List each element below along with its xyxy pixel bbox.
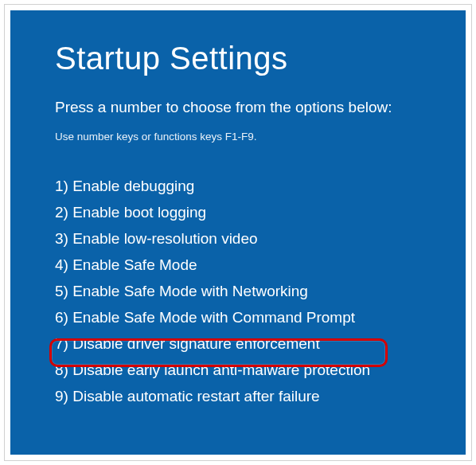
hint-text: Use number keys or functions keys F1-F9. <box>55 131 466 143</box>
option-label: Disable driver signature enforcement <box>72 335 320 352</box>
option-enable-safe-mode[interactable]: 4) Enable Safe Mode <box>55 252 466 278</box>
option-number: 7) <box>55 335 68 352</box>
option-number: 5) <box>55 283 68 299</box>
option-label: Enable Safe Mode with Networking <box>72 283 308 299</box>
option-label: Enable debugging <box>72 178 194 194</box>
option-number: 8) <box>55 361 68 378</box>
option-label: Enable low-resolution video <box>72 230 257 247</box>
option-number: 6) <box>55 309 68 326</box>
window-frame: Startup Settings Press a number to choos… <box>4 4 472 461</box>
options-list: 1) Enable debugging 2) Enable boot loggi… <box>55 173 466 409</box>
option-label: Enable boot logging <box>72 204 206 221</box>
option-number: 9) <box>55 388 68 404</box>
option-number: 1) <box>55 178 68 194</box>
option-enable-safe-mode-command-prompt[interactable]: 6) Enable Safe Mode with Command Prompt <box>55 304 466 330</box>
option-number: 4) <box>55 256 68 273</box>
option-enable-safe-mode-networking[interactable]: 5) Enable Safe Mode with Networking <box>55 278 466 304</box>
option-enable-debugging[interactable]: 1) Enable debugging <box>55 173 466 199</box>
option-enable-low-resolution-video[interactable]: 3) Enable low-resolution video <box>55 225 466 252</box>
option-label: Disable early launch anti-malware protec… <box>72 361 370 378</box>
option-label: Enable Safe Mode <box>72 256 197 273</box>
option-label: Disable automatic restart after failure <box>72 388 319 404</box>
instruction-text: Press a number to choose from the option… <box>55 99 466 116</box>
option-number: 3) <box>55 230 68 247</box>
option-disable-automatic-restart[interactable]: 9) Disable automatic restart after failu… <box>55 383 466 409</box>
option-enable-boot-logging[interactable]: 2) Enable boot logging <box>55 199 466 225</box>
page-title: Startup Settings <box>55 41 466 76</box>
option-number: 2) <box>55 204 68 221</box>
option-label: Enable Safe Mode with Command Prompt <box>72 309 355 326</box>
option-disable-anti-malware[interactable]: 8) Disable early launch anti-malware pro… <box>55 357 466 383</box>
option-disable-driver-signature[interactable]: 7) Disable driver signature enforcement <box>55 330 466 357</box>
startup-settings-screen: Startup Settings Press a number to choos… <box>10 10 466 455</box>
